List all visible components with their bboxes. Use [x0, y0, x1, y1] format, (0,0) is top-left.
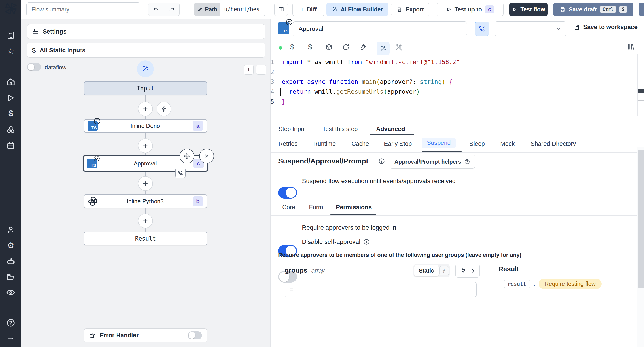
subtab-early-stop[interactable]: Early Stop — [384, 140, 412, 147]
subtab-core[interactable]: Core — [282, 204, 296, 211]
insert-trigger-button[interactable] — [156, 102, 171, 116]
subtab-shared-directory[interactable]: Shared Directory — [531, 140, 576, 147]
save-to-workspace-button[interactable]: Save to workspace — [574, 24, 638, 31]
code-line[interactable]: 2 — [270, 67, 637, 77]
approval-phone-badge[interactable] — [175, 168, 186, 178]
insert-step-button[interactable] — [138, 214, 153, 228]
add-resource-dollar-icon[interactable]: $ — [308, 43, 312, 51]
groups-array-input[interactable] — [285, 282, 476, 297]
folders-icon[interactable] — [6, 273, 15, 282]
panel-scrollbar-thumb[interactable] — [638, 150, 644, 288]
subtab-mock[interactable]: Mock — [500, 140, 515, 147]
panel-scrollbar-track[interactable] — [637, 147, 644, 347]
ai-assistant-active-button[interactable] — [376, 42, 390, 55]
export-button[interactable]: Export — [391, 3, 429, 16]
graph-ai-wand-button[interactable] — [137, 60, 154, 77]
zoom-out-button[interactable]: − — [256, 65, 266, 75]
insert-step-button[interactable] — [138, 176, 153, 191]
all-static-inputs-button[interactable]: $ All Static Inputs — [27, 43, 265, 58]
runs-play-icon[interactable] — [6, 94, 15, 102]
subtab-suspend-active[interactable]: Suspend — [422, 138, 456, 148]
tab-advanced[interactable]: Advanced — [376, 126, 405, 132]
sliders-icon — [32, 28, 39, 35]
flow-node-result[interactable]: Result — [84, 232, 207, 246]
mode-javascript-button[interactable]: ƒ — [440, 266, 449, 276]
subtab-form[interactable]: Form — [309, 204, 323, 211]
groups-field-header: groups array — [285, 266, 325, 274]
mode-static-button[interactable]: Static — [414, 265, 438, 276]
windmill-logo-icon[interactable] — [4, 2, 17, 15]
error-handler-row[interactable]: Error Handler — [84, 328, 207, 342]
workspace-script-select[interactable] — [495, 22, 566, 36]
undo-button[interactable] — [148, 3, 164, 16]
audit-eye-icon[interactable] — [6, 288, 15, 297]
subtab-cache[interactable]: Cache — [352, 140, 369, 147]
home-icon[interactable] — [6, 77, 15, 86]
zoom-in-button[interactable]: + — [244, 65, 254, 75]
flow-node-input[interactable]: Input — [84, 82, 207, 95]
approval-prompt-helpers-button[interactable]: Approval/Prompt helpers — [390, 155, 475, 168]
clipped-toolbar-button[interactable] — [639, 3, 644, 16]
tab-test-this-step[interactable]: Test this step — [322, 126, 358, 132]
connect-input-button[interactable] — [456, 264, 480, 278]
flow-node-inline-python[interactable]: Inline Python3 b — [84, 194, 207, 208]
subtab-sleep[interactable]: Sleep — [469, 140, 485, 147]
library-icon[interactable] — [627, 43, 634, 50]
flow-summary-input[interactable]: Flow summary — [26, 2, 140, 16]
subtab-retries[interactable]: Retries — [278, 140, 298, 147]
editor-minimap-slider[interactable] — [638, 93, 644, 100]
info-icon[interactable] — [378, 158, 385, 164]
docs-button[interactable] — [274, 3, 288, 16]
ai-wand-off-icon[interactable] — [395, 44, 402, 51]
delete-step-button[interactable] — [199, 149, 214, 164]
path-group[interactable]: Path u/henri/bes — [194, 3, 266, 16]
save-draft-button[interactable]: Save draft Ctrl S — [553, 3, 634, 16]
workspace-icon[interactable] — [6, 31, 15, 40]
expand-sidebar-icon[interactable]: → — [0, 333, 22, 342]
ai-flow-builder-label: AI Flow Builder — [340, 6, 383, 13]
variables-dollar-icon[interactable]: $ — [0, 109, 22, 118]
editor-scrollbar-thumb[interactable] — [638, 89, 644, 92]
user-icon[interactable] — [6, 225, 15, 234]
step-name-input[interactable]: Approval — [293, 22, 467, 36]
save-draft-label: Save draft — [569, 6, 597, 13]
dataflow-toggle[interactable] — [27, 63, 41, 71]
error-handler-toggle[interactable] — [188, 331, 202, 340]
tab-step-input[interactable]: Step Input — [278, 126, 306, 132]
add-variable-dollar-icon[interactable]: $ — [290, 43, 294, 51]
close-icon — [204, 153, 210, 159]
package-icon[interactable] — [325, 44, 333, 51]
help-icon[interactable] — [6, 318, 15, 327]
code-line[interactable]: 1import * as wmill from "windmill-client… — [270, 57, 637, 67]
node-python-label: Inline Python3 — [98, 198, 193, 205]
info-icon[interactable] — [363, 239, 370, 245]
move-step-handle[interactable] — [180, 149, 194, 164]
resources-cubes-icon[interactable] — [6, 125, 15, 134]
settings-gear-icon[interactable]: ⚙ — [0, 241, 22, 250]
insert-step-button[interactable] — [138, 138, 153, 153]
code-line[interactable]: 3export async function main(approver?: s… — [270, 77, 637, 87]
subtab-permissions-active[interactable]: Permissions — [336, 204, 372, 211]
flow-node-inline-deno[interactable]: Inline Deno a — [84, 119, 207, 132]
step-typescript-icon — [278, 22, 289, 34]
reset-icon[interactable] — [342, 44, 350, 51]
test-flow-button[interactable]: Test flow — [510, 3, 548, 16]
schedules-calendar-icon[interactable] — [6, 141, 15, 150]
test-up-to-button[interactable]: Test up to c — [437, 3, 504, 16]
approval-step-phone-button[interactable] — [474, 22, 489, 36]
ai-flow-builder-button[interactable]: AI Flow Builder — [326, 3, 388, 16]
disable-self-approval-row: Disable self-approval — [302, 238, 370, 246]
suspend-flow-toggle[interactable] — [278, 187, 297, 198]
diff-button[interactable]: ± Diff — [292, 3, 324, 16]
workers-robot-icon[interactable] — [6, 257, 15, 266]
insert-step-button[interactable] — [138, 102, 153, 116]
path-label-segment[interactable]: Path — [194, 3, 220, 16]
flow-settings-button[interactable]: Settings — [27, 24, 265, 39]
code-line[interactable]: 5} — [270, 96, 637, 106]
code-editor[interactable]: 1import * as wmill from "windmill-client… — [270, 54, 637, 116]
subtab-runtime[interactable]: Runtime — [313, 140, 336, 147]
format-vial-icon[interactable] — [359, 44, 367, 51]
redo-button[interactable] — [164, 3, 180, 16]
code-line[interactable]: 4 return wmill.getResumeUrls(approver) — [270, 87, 637, 96]
favorites-star-icon[interactable]: ☆ — [0, 46, 22, 56]
